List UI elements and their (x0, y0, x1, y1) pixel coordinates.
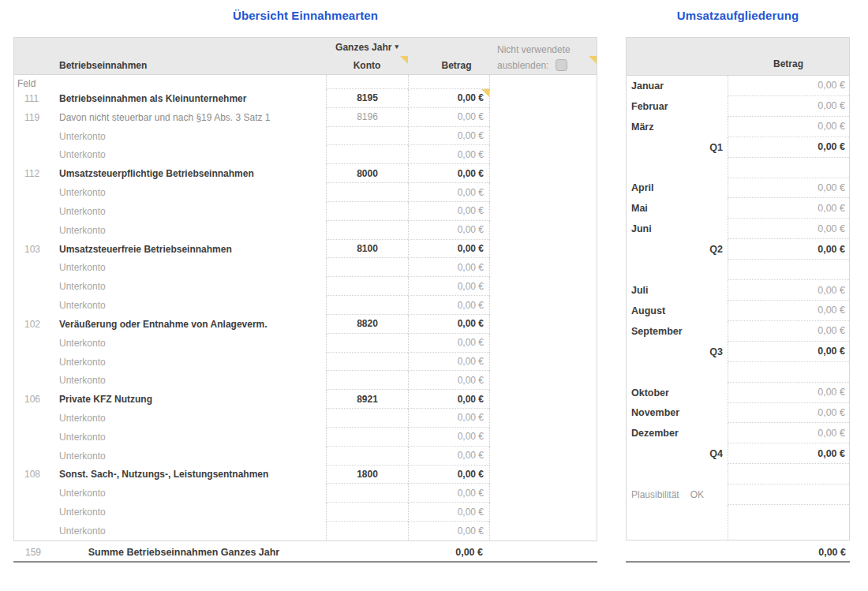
betrag-cell[interactable]: 0,00 € (728, 76, 849, 96)
betrag-cell[interactable]: 0,00 € (728, 383, 849, 403)
betrag-cell[interactable]: 0,00 € (408, 277, 489, 296)
betrag-cell[interactable]: 0,00 € (408, 202, 489, 221)
feld-number (14, 296, 43, 315)
empty-cell (489, 183, 597, 202)
konto-cell[interactable] (326, 447, 408, 466)
betrag-cell[interactable]: 0,00 € (408, 371, 489, 390)
betrag-cell[interactable]: 0,00 € (408, 258, 489, 277)
betrag-cell[interactable]: 0,00 € (408, 296, 489, 315)
betrag-cell[interactable]: 0,00 € (408, 183, 489, 202)
betrag-cell[interactable]: 0,00 € (728, 321, 849, 342)
betrag-cell[interactable]: 0,00 € (728, 219, 849, 239)
table-row: Februar0,00 € (627, 96, 849, 117)
konto-cell[interactable] (326, 277, 408, 296)
konto-cell[interactable] (326, 334, 408, 353)
column-header-betrag: Betrag (408, 56, 489, 74)
summary-row-umsatz: 0,00 € (626, 544, 850, 563)
betrag-cell[interactable]: 0,00 € (408, 334, 489, 353)
betrag-cell[interactable]: 0,00 € (408, 145, 489, 164)
betrag-cell[interactable]: 0,00 € (728, 178, 849, 199)
betrag-cell[interactable]: 0,00 € (728, 137, 849, 158)
table-row: Unterkonto0,00 € (14, 371, 597, 390)
betrag-cell[interactable] (728, 484, 849, 505)
feld-number (14, 522, 43, 541)
row-label: August (627, 301, 728, 321)
betrag-cell[interactable] (728, 260, 849, 280)
row-label: Unterkonto (43, 221, 326, 240)
betrag-cell[interactable]: 0,00 € (728, 423, 849, 443)
konto-cell[interactable]: 8921 (326, 390, 408, 409)
betrag-cell[interactable]: 0,00 € (408, 484, 489, 503)
betrag-cell[interactable]: 0,00 € (408, 164, 489, 183)
betrag-cell[interactable]: 0,00 € (728, 301, 849, 321)
betrag-cell[interactable]: 0,00 € (728, 96, 849, 117)
konto-cell[interactable] (326, 296, 408, 315)
feld-number: 111 (14, 89, 43, 108)
konto-cell[interactable] (326, 484, 408, 503)
grid-cell (326, 75, 408, 89)
betrag-cell[interactable] (728, 505, 849, 540)
table-row: Unterkonto0,00 € (14, 221, 597, 240)
betrag-cell[interactable]: 0,00 € (408, 108, 489, 127)
betrag-cell[interactable]: 0,00 € (408, 428, 489, 447)
grid-cell (408, 75, 489, 89)
row-label: Dezember (627, 423, 728, 443)
betrag-cell[interactable]: 0,00 € (728, 403, 849, 424)
period-dropdown-label: Ganzes Jahr (335, 42, 391, 53)
konto-cell[interactable]: 1800 (326, 466, 408, 484)
konto-cell[interactable] (326, 183, 408, 202)
betrag-cell[interactable]: 0,00 € (408, 240, 489, 259)
betrag-cell[interactable]: 0,00 € (408, 127, 489, 146)
betrag-cell[interactable]: 0,00 € (728, 342, 849, 362)
table-row: 106Private KFZ Nutzung89210,00 € (14, 390, 597, 409)
betrag-cell[interactable]: 0,00 € (408, 522, 489, 541)
hide-unused-checkbox[interactable] (556, 59, 567, 71)
konto-cell[interactable] (326, 127, 408, 146)
betrag-cell[interactable] (728, 158, 849, 178)
empty-cell (489, 89, 597, 108)
betrag-cell[interactable]: 0,00 € (408, 221, 489, 240)
konto-cell[interactable] (326, 145, 408, 164)
feld-number: 112 (14, 164, 43, 183)
betrag-cell[interactable]: 0,00 € (408, 390, 489, 409)
betrag-cell[interactable]: 0,00 € (408, 315, 489, 334)
row-label (627, 464, 728, 484)
betrag-cell[interactable]: 0,00 € (408, 466, 489, 484)
konto-cell[interactable]: 8196 (326, 108, 408, 127)
feld-number (14, 503, 43, 522)
betrag-cell[interactable]: 0,00 € (728, 443, 849, 464)
table-row: Dezember0,00 € (627, 423, 849, 443)
konto-cell[interactable] (326, 258, 408, 277)
konto-cell[interactable]: 8100 (326, 240, 408, 259)
betrag-cell[interactable] (728, 362, 849, 383)
row-label: April (627, 178, 728, 199)
konto-cell[interactable]: 8195 (326, 89, 408, 108)
betrag-cell[interactable]: 0,00 € (408, 447, 489, 466)
table-row: Unterkonto0,00 € (14, 202, 597, 221)
betrag-cell[interactable]: 0,00 € (728, 198, 849, 219)
konto-cell[interactable] (326, 221, 408, 240)
betrag-cell[interactable]: 0,00 € (408, 409, 489, 428)
betrag-cell[interactable] (728, 464, 849, 484)
konto-cell[interactable] (326, 503, 408, 522)
chevron-down-icon: ▾ (395, 43, 398, 50)
konto-cell[interactable] (326, 409, 408, 428)
betrag-cell[interactable]: 0,00 € (728, 239, 849, 260)
konto-cell[interactable] (326, 353, 408, 372)
betrag-cell[interactable]: 0,00 € (408, 353, 489, 372)
konto-cell[interactable] (326, 522, 408, 541)
konto-cell[interactable] (326, 202, 408, 221)
betrag-cell[interactable]: 0,00 € (728, 280, 849, 301)
row-label: Juli (627, 280, 728, 301)
period-dropdown[interactable]: Ganzes Jahr ▾ (326, 38, 408, 56)
konto-cell[interactable] (326, 371, 408, 390)
betrag-cell[interactable]: 0,00 € (728, 117, 849, 137)
konto-cell[interactable]: 8000 (326, 164, 408, 183)
betrag-cell[interactable]: 0,00 € (408, 503, 489, 522)
feld-number: 103 (14, 240, 43, 259)
konto-cell[interactable]: 8820 (326, 315, 408, 334)
row-label: Unterkonto (43, 522, 326, 541)
konto-cell[interactable] (326, 428, 408, 447)
betrag-cell[interactable]: 0,00 € (408, 89, 489, 108)
row-label: Q4 (627, 443, 728, 464)
